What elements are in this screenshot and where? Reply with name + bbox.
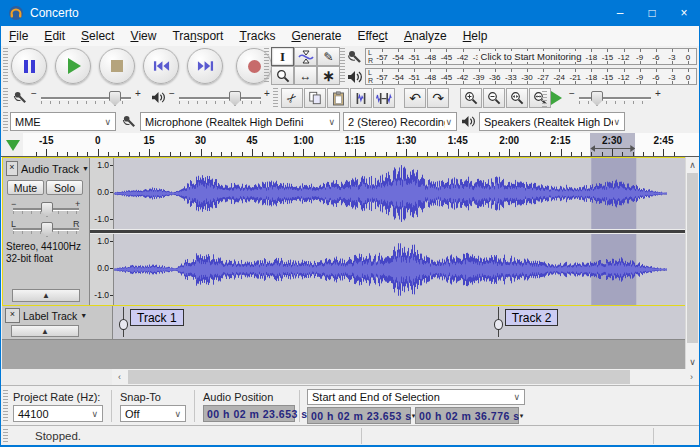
label-track-menu-arrow[interactable]: ▼ (80, 312, 87, 319)
audio-host-select[interactable]: MME∨ (10, 112, 116, 131)
multi-tool-button[interactable]: ∗ (317, 66, 340, 85)
label-text[interactable]: Track 2 (505, 309, 559, 326)
menu-generate[interactable]: Generate (283, 26, 349, 46)
maximize-button[interactable]: □ (636, 0, 668, 26)
transport-toolbar-grip[interactable] (3, 48, 8, 84)
silence-audio-button[interactable] (373, 88, 395, 108)
undo-button[interactable]: ↶ (404, 88, 426, 108)
waveform-channel-left[interactable] (114, 158, 686, 229)
audio-track-title[interactable]: Audio Track (21, 163, 79, 175)
playback-meter-toolbar[interactable]: LR-57-54-51-48-45-42-39-36-33-30-27-24-2… (347, 67, 697, 86)
timeshift-tool-button[interactable]: ↔ (294, 66, 317, 85)
menu-help[interactable]: Help (455, 26, 496, 46)
horizontal-scrollbar[interactable]: ‹ › (112, 369, 699, 385)
timeline-ruler[interactable]: -1501530451:001:151:301:452:002:152:302:… (23, 133, 699, 156)
playback-meter[interactable]: LR-57-54-51-48-45-42-39-36-33-30-27-24-2… (365, 68, 697, 85)
scroll-left-arrow[interactable]: ‹ (112, 369, 127, 385)
menu-effect[interactable]: Effect (349, 26, 395, 46)
chevron-down-icon: ∨ (91, 409, 98, 419)
label-text[interactable]: Track 1 (130, 309, 184, 326)
menu-tracks[interactable]: Tracks (231, 26, 283, 46)
playback-device-select[interactable]: Speakers (Realtek High Definiti∨ (479, 112, 625, 131)
copy-button[interactable] (304, 88, 326, 108)
trim-audio-button[interactable] (350, 88, 372, 108)
selection-end-field[interactable]: 00 h 02 m 36.776 s ▾ (415, 407, 519, 424)
recording-meter-toolbar[interactable]: LR-57-54-51-48-45-42-39-36-33-30-27-24-2… (347, 47, 697, 66)
recording-device-select[interactable]: Microphone (Realtek High Defini∨ (140, 112, 340, 131)
selection-tool-button[interactable]: I (271, 47, 294, 66)
vertical-scrollbar[interactable]: ∧ ∨ (685, 157, 699, 369)
envelope-tool-button[interactable] (294, 47, 317, 66)
label-track-title[interactable]: Label Track (23, 310, 77, 322)
audio-track-menu-arrow[interactable]: ▼ (82, 165, 89, 172)
scroll-up-arrow[interactable]: ∧ (686, 157, 699, 172)
selection-toolbar-grip[interactable] (3, 390, 8, 422)
audio-position-field[interactable]: 00 h 02 m 23.653 s ▾ (203, 405, 295, 422)
label-track-collapse-button[interactable]: ▲ (11, 325, 79, 337)
mute-button[interactable]: Mute (7, 180, 44, 195)
meter-toolbar-grip[interactable] (340, 48, 345, 84)
device-toolbar-grip[interactable] (3, 112, 8, 131)
meter-tick (624, 49, 625, 52)
horizontal-scroll-thumb[interactable] (128, 370, 630, 384)
tools-toolbar-grip[interactable] (264, 48, 269, 84)
minimize-button[interactable]: – (604, 0, 636, 26)
pan-slider-thumb[interactable] (41, 222, 53, 237)
meter-tick (607, 69, 608, 72)
label-handle[interactable] (119, 319, 128, 330)
skip-to-start-button[interactable] (143, 48, 179, 84)
edit-toolbar-grip[interactable] (273, 88, 278, 108)
draw-tool-button[interactable]: ✎ (317, 47, 340, 66)
vertical-scroll-thumb[interactable] (687, 173, 698, 343)
ruler-tick (252, 149, 253, 156)
ruler-tick (77, 152, 78, 156)
project-rate-select[interactable]: 44100∨ (13, 405, 103, 422)
zoom-to-fit-button[interactable] (529, 88, 551, 108)
play-at-speed-grip[interactable] (542, 88, 547, 108)
menu-file[interactable]: File (1, 26, 36, 46)
zoom-tool-button[interactable] (271, 66, 294, 85)
zoom-out-button[interactable] (483, 88, 505, 108)
solo-button[interactable]: Solo (46, 180, 83, 195)
cut-button[interactable]: ✂ (281, 88, 303, 108)
track-collapse-button[interactable]: ▲ (12, 289, 80, 302)
zoom-to-selection-button[interactable] (506, 88, 528, 108)
menu-edit[interactable]: Edit (36, 26, 73, 46)
mixer-toolbar-grip[interactable] (3, 88, 8, 108)
waveform-channel-right[interactable] (114, 234, 686, 305)
recording-meter[interactable]: LR-57-54-51-48-45-42-39-36-33-30-27-24-2… (365, 48, 697, 65)
snap-to-select[interactable]: Off∨ (120, 405, 186, 422)
playback-volume-slider[interactable] (179, 97, 261, 99)
audio-track-close-button[interactable]: × (6, 161, 18, 176)
label-handle[interactable] (494, 319, 503, 330)
close-button[interactable]: × (668, 0, 700, 26)
skip-to-end-button[interactable] (187, 48, 223, 84)
meter-tick (543, 69, 544, 72)
gain-slider-thumb[interactable] (41, 202, 53, 217)
menu-analyze[interactable]: Analyze (396, 26, 455, 46)
meter-tick (656, 61, 657, 64)
monitoring-hint[interactable]: Click to Start Monitoring (478, 51, 585, 62)
paste-button[interactable] (327, 88, 349, 108)
scroll-down-arrow[interactable]: ∨ (686, 354, 699, 369)
menu-transport[interactable]: Transport (164, 26, 231, 46)
format-arrow-icon[interactable]: ▾ (520, 412, 524, 420)
play-at-speed-button[interactable] (551, 91, 562, 105)
scroll-right-arrow[interactable]: › (684, 369, 699, 385)
label-track-content[interactable]: Track 1Track 2 (113, 306, 685, 339)
meter-tick (688, 81, 689, 84)
stop-button[interactable] (99, 48, 135, 84)
speed-slider[interactable] (579, 97, 651, 99)
play-button[interactable] (55, 48, 91, 84)
zoom-in-button[interactable] (460, 88, 482, 108)
menu-select[interactable]: Select (73, 26, 122, 46)
menu-view[interactable]: View (122, 26, 164, 46)
label-track-close-button[interactable]: × (5, 308, 20, 323)
ruler-tick (87, 152, 88, 156)
redo-button[interactable]: ↷ (427, 88, 449, 108)
selection-start-field[interactable]: 00 h 02 m 23.653 s ▾ (307, 407, 411, 424)
recording-channels-select[interactable]: 2 (Stereo) Recording Channels∨ (343, 112, 457, 131)
timeline-options-button[interactable] (4, 136, 22, 154)
selection-mode-select[interactable]: Start and End of Selection∨ (307, 389, 525, 405)
pause-button[interactable] (11, 48, 47, 84)
